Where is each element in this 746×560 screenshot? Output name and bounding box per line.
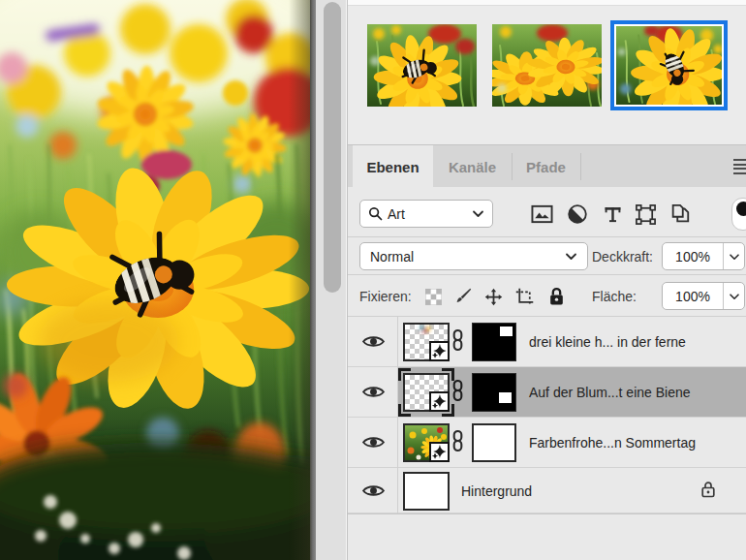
mask-link-icon [451,430,464,456]
chevron-down-icon [472,209,484,218]
lock-pixels-brush-icon[interactable] [452,286,474,307]
layer-row-2-selected[interactable]: Auf der Blum...t eine Biene [348,367,746,418]
lock-transparency-icon[interactable] [422,286,444,307]
visibility-eye-icon[interactable] [360,482,386,500]
fill-value: 100% [663,289,723,304]
background-lock-icon[interactable] [700,480,716,502]
opacity-value: 100% [663,249,723,264]
generative-fill-badge-icon [429,341,450,361]
search-icon [368,206,383,221]
panel-empty-area [348,513,746,560]
mask-link-icon [451,329,464,356]
visibility-eye-icon[interactable] [360,333,386,351]
vertical-scrollbar-track[interactable] [316,0,347,560]
fill-label: Fläche: [592,289,637,304]
variations-panel [348,6,746,144]
type-layers-filter-icon[interactable] [601,202,624,226]
variation-thumbnail-2[interactable] [492,24,602,107]
blend-mode-row: Normal Deckkraft: 100% [348,237,746,275]
document-canvas[interactable] [0,0,312,560]
lock-row: Fixieren: [348,275,746,317]
tab-ebenen-label: Ebenen [366,159,419,175]
layer-mask-thumbnail[interactable] [472,373,516,412]
shape-layers-filter-icon[interactable] [634,202,657,226]
filter-type-value: Art [388,206,405,222]
layer-row-1[interactable]: drei kleine h... in der ferne [348,317,746,367]
layer-name: Hintergrund [461,483,532,499]
fill-control[interactable]: 100% [662,282,745,310]
photoshop-window: Ebenen Kanäle Pfade Art [0,0,746,560]
tab-pfade[interactable]: Pfade [512,145,580,188]
generative-fill-badge-icon [429,442,450,462]
tab-kanaele[interactable]: Kanäle [433,145,512,188]
blend-mode-select[interactable]: Normal [359,242,588,270]
lock-artboard-icon[interactable] [513,286,535,307]
filter-toggle-switch[interactable] [731,198,746,231]
layer-row-3[interactable]: Farbenfrohe...n Sommertag [348,418,746,468]
chevron-down-icon [729,253,740,261]
tab-pfade-label: Pfade [526,159,566,175]
layer-name: Farbenfrohe...n Sommertag [529,435,696,451]
adjustment-layers-filter-icon[interactable] [566,202,589,226]
blend-mode-value: Normal [370,249,414,264]
variation-thumbnail-3-selected[interactable] [614,24,724,107]
layer-thumbnail[interactable] [403,373,450,412]
layer-filter-row: Art [348,187,746,237]
visibility-eye-icon[interactable] [360,384,386,401]
lock-position-icon[interactable] [482,286,504,307]
right-panel-group: Ebenen Kanäle Pfade Art [347,0,746,560]
visibility-eye-icon[interactable] [360,434,386,451]
lock-all-icon[interactable] [545,286,567,307]
layer-row-background[interactable]: Hintergrund [348,468,746,513]
layer-name: Auf der Blum...t eine Biene [529,385,691,400]
smart-objects-filter-icon[interactable] [668,202,692,226]
opacity-label: Deckkraft: [592,249,653,264]
layer-thumbnail[interactable] [403,472,450,511]
opacity-control[interactable]: 100% [662,242,745,270]
layers-list: drei kleine h... in der ferne [348,317,746,513]
filter-type-select[interactable]: Art [359,200,493,228]
layer-thumbnail[interactable] [403,323,450,361]
flower-meadow-image [0,0,312,560]
panel-tab-bar: Ebenen Kanäle Pfade [348,144,746,187]
layer-mask-thumbnail[interactable] [472,323,516,361]
layer-mask-thumbnail[interactable] [472,423,516,462]
lock-label: Fixieren: [359,289,412,304]
panel-menu-icon[interactable] [733,159,746,174]
layer-name: drei kleine h... in der ferne [529,334,686,350]
layer-thumbnail[interactable] [403,423,450,462]
tab-ebenen[interactable]: Ebenen [353,145,433,188]
vertical-scrollbar-thumb[interactable] [324,2,341,293]
generative-fill-badge-icon [429,391,450,412]
chevron-down-icon [565,252,577,261]
variation-thumbnail-1[interactable] [367,24,477,107]
chevron-down-icon [729,293,740,300]
mask-link-icon [451,380,464,406]
tab-kanaele-label: Kanäle [449,159,496,175]
pixel-layers-filter-icon[interactable] [530,202,553,226]
